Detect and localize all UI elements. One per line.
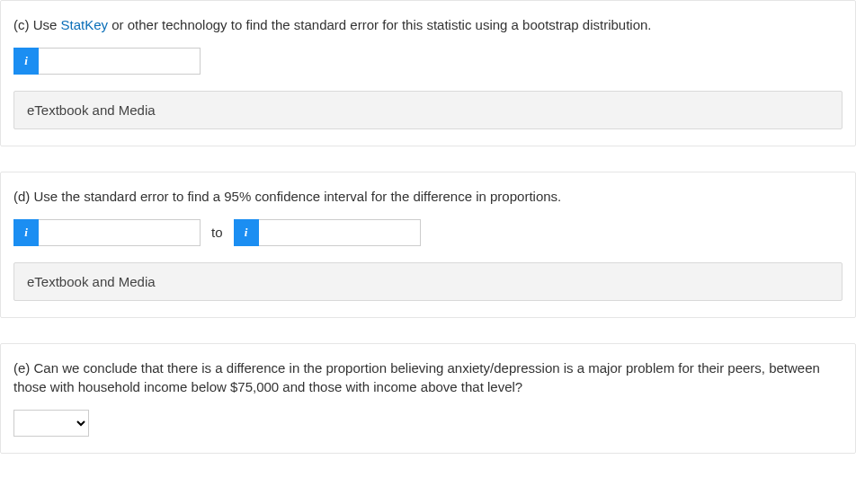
question-c: (c) Use StatKey or other technology to f…: [0, 0, 856, 146]
question-e-select[interactable]: [13, 410, 89, 437]
question-e: (e) Can we conclude that there is a diff…: [0, 343, 856, 455]
info-icon[interactable]: i: [13, 48, 39, 75]
question-c-input-row: i: [13, 48, 843, 75]
info-icon[interactable]: i: [13, 219, 39, 246]
etextbook-media-button[interactable]: eTextbook and Media: [13, 91, 843, 129]
question-d-input-upper[interactable]: [259, 219, 421, 246]
range-separator: to: [201, 225, 234, 240]
statkey-link[interactable]: StatKey: [61, 17, 109, 32]
question-c-input[interactable]: [39, 48, 201, 75]
question-c-prompt: (c) Use StatKey or other technology to f…: [13, 15, 843, 35]
question-d: (d) Use the standard error to find a 95%…: [0, 172, 856, 318]
question-d-input-row: i to i: [13, 219, 843, 246]
question-e-select-wrap: [13, 410, 843, 437]
question-c-prefix: (c) Use: [13, 17, 61, 32]
question-e-prompt: (e) Can we conclude that there is a diff…: [13, 358, 843, 398]
question-c-suffix: or other technology to find the standard…: [108, 17, 652, 32]
question-d-input-lower[interactable]: [39, 219, 201, 246]
etextbook-media-button[interactable]: eTextbook and Media: [13, 262, 843, 301]
question-d-prompt: (d) Use the standard error to find a 95%…: [13, 187, 843, 207]
info-icon[interactable]: i: [234, 219, 259, 246]
